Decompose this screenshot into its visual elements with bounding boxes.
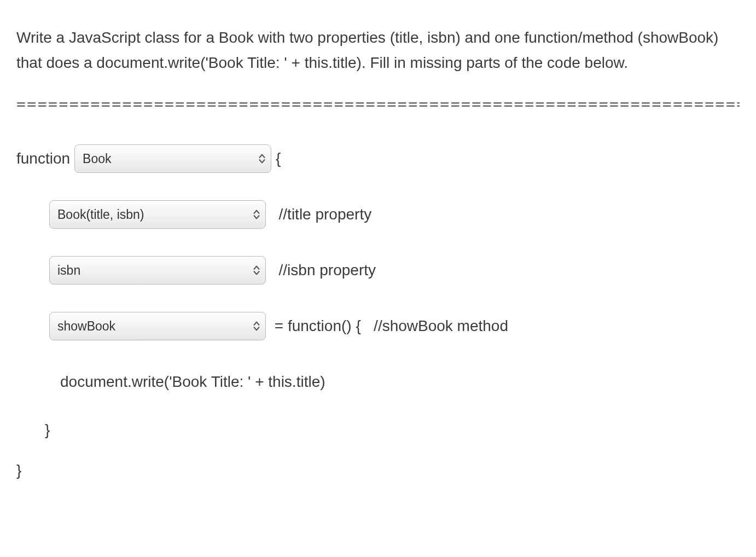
chevron-up-down-icon [253,210,260,219]
code-line-2: Book(title, isbn) //title property [16,200,740,229]
code-line-6: } [16,416,740,444]
dropdown-showbook-method[interactable]: showBook [49,312,266,340]
comment-title [270,206,279,223]
code-block: function Book { Book(title, isbn) //titl… [16,144,740,485]
open-brace: { [276,150,281,167]
document-write: document.write('Book Title: ' + this.tit… [60,373,325,391]
function-assign-text: = function() { //showBook method [275,317,508,335]
dropdown-function-name[interactable]: Book [74,144,271,173]
dropdown-value: Book [83,152,111,166]
close-brace-outer: } [16,462,21,479]
divider: ========================================… [16,95,740,112]
dropdown-title-property[interactable]: Book(title, isbn) [49,200,266,229]
code-line-5: document.write('Book Title: ' + this.tit… [16,368,740,396]
keyword-function: function [16,150,70,167]
dropdown-value: isbn [57,263,80,278]
dropdown-value: showBook [57,319,115,334]
code-line-3: isbn //isbn property [16,256,740,285]
code-line-4: showBook = function() { //showBook metho… [16,312,740,340]
dropdown-isbn-property[interactable]: isbn [49,256,266,285]
comment-title-text: //title property [279,206,372,223]
close-brace-inner: } [45,421,50,439]
code-line-1: function Book { [16,144,740,173]
comment-isbn [270,262,279,279]
chevron-up-down-icon [259,154,265,164]
function-assign [270,317,275,335]
chevron-up-down-icon [253,322,260,331]
comment-isbn-text: //isbn property [279,262,376,279]
dropdown-value: Book(title, isbn) [57,207,144,222]
chevron-up-down-icon [253,266,260,275]
code-line-7: } [16,456,740,485]
question-prompt: Write a JavaScript class for a Book with… [16,25,740,76]
